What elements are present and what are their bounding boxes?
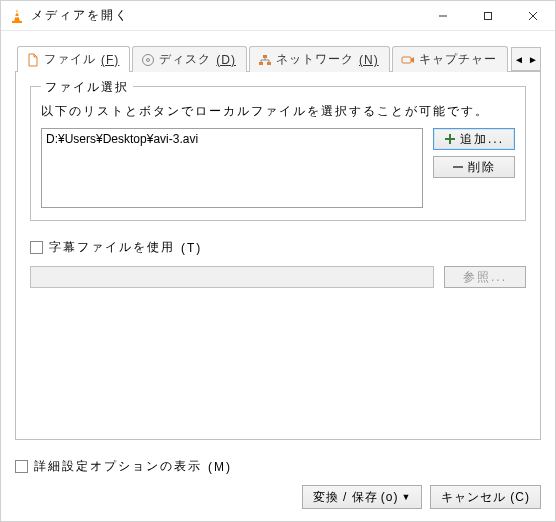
tab-panel-file: ファイル選択 以下のリストとボタンでローカルファイルを選択することが可能です。 … [15,71,541,440]
titlebar: メディアを開く [1,1,555,31]
minus-icon [452,161,464,173]
convert-save-button[interactable]: 変換 / 保存 (o) ▼ [302,485,423,509]
tab-disc-label: ディスク [159,51,211,68]
svg-rect-9 [259,62,263,65]
subtitle-browse-button: 参照... [444,266,526,288]
cancel-button[interactable]: キャンセル (C) [430,485,541,509]
dialog-footer: 詳細設定オプションの表示 (M) 変換 / 保存 (o) ▼ キャンセル (C) [1,450,555,521]
file-selection-instruction: 以下のリストとボタンでローカルファイルを選択することが可能です。 [41,103,515,120]
cancel-label: キャンセル [441,489,506,506]
dropdown-arrow-icon: ▼ [401,492,411,502]
open-media-window: メディアを開く ファイル (F) ディスク [0,0,556,522]
svg-rect-2 [14,16,19,17]
svg-point-8 [147,58,150,61]
subtitle-path-input [30,266,434,288]
convert-save-mnemonic: (o) [381,490,399,504]
tab-disc[interactable]: ディスク (D) [132,46,247,72]
tab-strip: ファイル (F) ディスク (D) ネットワーク (N) [15,45,541,71]
tab-file-mnemonic: (F) [101,53,119,67]
file-item[interactable]: D:¥Users¥Desktop¥avi-3.avi [44,131,420,147]
disc-icon [141,53,155,67]
window-buttons [420,1,555,30]
tab-capture[interactable]: キャプチャー [392,46,508,72]
tab-scroll-left[interactable]: ◄ [512,48,526,70]
tab-network-mnemonic: (N) [359,53,379,67]
convert-save-label: 変換 / 保存 [313,489,378,506]
network-icon [258,53,272,67]
add-button-label: 追加... [460,131,504,148]
svg-rect-11 [263,55,267,58]
vlc-cone-icon [9,8,25,24]
tab-disc-mnemonic: (D) [216,53,236,67]
svg-rect-12 [402,57,411,63]
file-selection-group: ファイル選択 以下のリストとボタンでローカルファイルを選択することが可能です。 … [30,86,526,221]
tab-capture-label: キャプチャー [419,51,497,68]
add-button[interactable]: 追加... [433,128,515,150]
svg-rect-1 [15,12,19,13]
close-button[interactable] [510,1,555,30]
tab-network[interactable]: ネットワーク (N) [249,46,390,72]
advanced-options-mnemonic: (M) [208,460,232,474]
svg-rect-4 [484,12,491,19]
window-title: メディアを開く [31,7,420,24]
minimize-button[interactable] [420,1,465,30]
tab-file-label: ファイル [44,51,96,68]
remove-button[interactable]: 削除 [433,156,515,178]
subtitle-browse-label: 参照... [463,269,507,286]
file-selection-legend: ファイル選択 [41,79,133,96]
tab-network-label: ネットワーク [276,51,354,68]
remove-button-label: 削除 [468,159,496,176]
file-icon [26,53,40,67]
advanced-options-label: 詳細設定オプションの表示 [34,458,202,475]
use-subtitle-label: 字幕ファイルを使用 [49,239,175,256]
dialog-body: ファイル (F) ディスク (D) ネットワーク (N) [1,31,555,450]
svg-rect-0 [12,21,22,23]
use-subtitle-mnemonic: (T) [181,241,202,255]
tab-scroll-right[interactable]: ► [526,48,540,70]
advanced-options-row: 詳細設定オプションの表示 (M) [15,458,541,475]
file-list[interactable]: D:¥Users¥Desktop¥avi-3.avi [41,128,423,208]
tab-file[interactable]: ファイル (F) [17,46,130,72]
use-subtitle-row: 字幕ファイルを使用 (T) [30,239,526,256]
plus-icon [444,133,456,145]
capture-icon [401,53,415,67]
tab-scroll-buttons: ◄ ► [511,47,541,71]
maximize-button[interactable] [465,1,510,30]
cancel-mnemonic: (C) [510,490,530,504]
use-subtitle-checkbox[interactable] [30,241,43,254]
svg-point-7 [143,54,154,65]
svg-rect-10 [267,62,271,65]
advanced-options-checkbox[interactable] [15,460,28,473]
